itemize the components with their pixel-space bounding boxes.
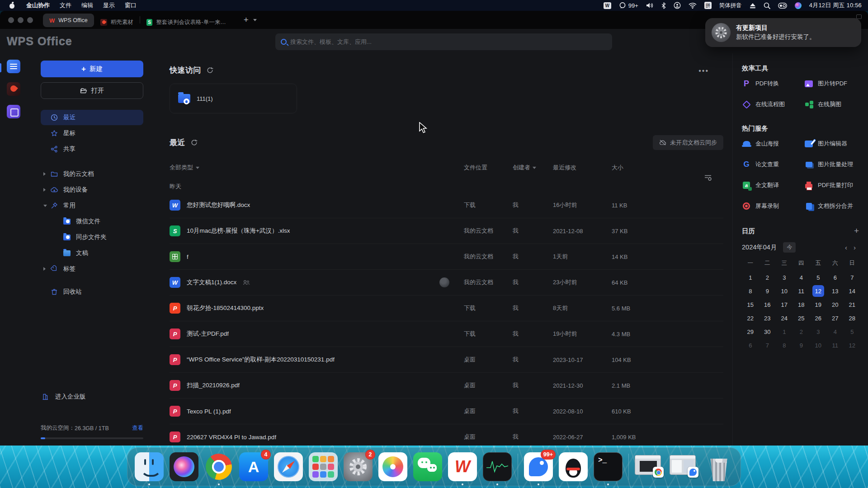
dock-minimized-window-chrome[interactable] [635,452,664,481]
wifi-icon[interactable] [689,3,697,9]
calendar-day[interactable]: 3 [776,271,793,284]
sidebar-item-docs-folder[interactable]: 文稿 [41,245,143,261]
tool-mindmap[interactable]: 在线脑图 [804,100,859,109]
calendar-day-adjacent[interactable]: 9 [793,338,810,352]
calendar-day[interactable]: 27 [827,311,844,325]
input-method-label[interactable]: 简体拼音 [719,2,742,9]
calendar-day[interactable]: 29 [742,325,759,338]
calendar-day-adjacent[interactable]: 1 [776,325,793,338]
calendar-day[interactable]: 19 [810,298,827,311]
file-row[interactable]: P220627 VRD4X4 PI to Jawad.pdf 桌面 我 2022… [170,424,723,446]
calendar-day-adjacent[interactable]: 12 [844,338,861,352]
minimize-window-button[interactable] [18,17,24,23]
sidebar-item-cloud-docs[interactable]: 我的云文档 [41,166,143,182]
calendar-day[interactable]: 4 [793,271,810,284]
calendar-day-adjacent[interactable]: 4 [827,325,844,338]
file-row[interactable]: f 我的云文档 我 1天前 14 KB [170,244,723,270]
file-row[interactable]: P“WPS Office Service”的取样-副本2022031015023… [170,347,723,373]
menu-view[interactable]: 显示 [98,0,120,11]
tab-spreadsheet[interactable]: S 整套谈判会议表格-单一来源谈判 [140,15,237,29]
file-row[interactable]: P测试-主PDF.pdf 下载 我 19小时前 4.3 MB [170,321,723,347]
rail-docer-icon[interactable] [7,82,20,96]
column-location[interactable]: 文件位置 [461,164,510,172]
service-translate[interactable]: a全文翻译 [742,181,804,190]
sidebar-item-recent[interactable]: 最近 [41,110,143,125]
window-restore-icon[interactable] [856,14,862,19]
calendar-day[interactable]: 5 [810,271,827,284]
calendar-day[interactable]: 14 [844,284,861,298]
menu-bar-clock[interactable]: 4月12日 周五 10:56 [809,1,862,9]
calendar-day-adjacent[interactable]: 3 [810,325,827,338]
dock-activity-monitor-icon[interactable] [483,452,512,481]
dock-safari-icon[interactable] [274,452,303,481]
service-poster[interactable]: 金山海报 [742,139,804,148]
sidebar-item-starred[interactable]: 星标 [41,126,143,141]
dock-settings-icon[interactable]: 2 [344,452,373,481]
calendar-day[interactable]: 18 [793,298,810,311]
update-notification[interactable]: 有更新项目 新软件已准备好进行安装了。 [705,18,861,47]
expand-caret-icon[interactable] [43,267,46,271]
calendar-day-adjacent[interactable]: 8 [776,338,793,352]
sidebar-item-shared[interactable]: 共享 [41,141,143,157]
volume-icon[interactable] [646,2,654,9]
calendar-day[interactable]: 30 [759,325,776,338]
expand-caret-icon[interactable] [43,188,46,192]
calendar-day-adjacent[interactable]: 5 [844,325,861,338]
tab-docer[interactable]: 稻壳素材 [94,15,140,29]
quick-access-folder-card[interactable]: 111(1) [170,84,297,113]
spotlight-search-icon[interactable] [764,2,770,9]
dock-trash-icon[interactable] [704,452,733,481]
calendar-day-adjacent[interactable]: 11 [827,338,844,352]
calendar-day[interactable]: 17 [776,298,793,311]
sidebar-item-tags[interactable]: 标签 [41,261,143,277]
sidebar-item-sync-folder[interactable]: 同步文件夹 [41,230,143,245]
column-modified[interactable]: 最近修改 [548,164,606,172]
calendar-day-adjacent[interactable]: 2 [793,325,810,338]
column-size[interactable]: 大小 [606,164,723,172]
enterprise-entry[interactable]: 进入企业版 [41,393,143,401]
dock-wps-icon[interactable]: W [448,452,477,481]
menu-app-name[interactable]: 金山协作 [21,0,55,11]
calendar-day[interactable]: 24 [776,311,793,325]
dock-appstore-icon[interactable]: A4 [239,452,268,481]
input-method-icon[interactable]: 拼 [704,2,712,9]
service-batch-print[interactable]: PDF批量打印 [804,181,859,190]
new-document-button[interactable]: 新建 [41,61,143,77]
new-tab-button[interactable] [244,15,249,25]
file-row[interactable]: P扫描_20210926.pdf 桌面 我 2021-12-30 2.1 MB [170,373,723,399]
calendar-day[interactable]: 7 [844,271,861,284]
dock-minimized-window-chat[interactable] [670,452,698,481]
calendar-today-button[interactable]: 今 [783,242,796,253]
bluetooth-icon[interactable] [661,2,666,9]
tool-image-to-pdf[interactable]: 图片转PDF [804,79,859,88]
tool-flowchart[interactable]: 在线流程图 [742,100,804,109]
rail-home-icon[interactable] [7,60,20,73]
search-input[interactable] [290,38,607,45]
calendar-day[interactable]: 6 [827,271,844,284]
dock-qq-icon[interactable] [559,452,588,481]
cloud-sync-status-button[interactable]: 未开启文档云同步 [653,135,723,150]
calendar-day-adjacent[interactable]: 10 [810,338,827,352]
calendar-day[interactable]: 15 [742,298,759,311]
file-row[interactable]: W您好测试您好哦啊.docx 下载 我 16小时前 11 KB [170,192,723,218]
sidebar-item-devices[interactable]: 我的设备 [41,182,143,197]
calendar-day[interactable]: 21 [844,298,861,311]
wps-status-icon[interactable]: W [604,2,611,9]
file-row[interactable]: S10月mac总榜-展报（珠海+武汉）.xlsx 我的云文档 我 2021-12… [170,218,723,244]
calendar-next-button[interactable] [850,244,859,251]
calendar-day[interactable]: 10 [776,284,793,298]
service-screen-record[interactable]: 屏幕录制 [742,202,804,211]
dock-finder-icon[interactable] [135,452,164,481]
refresh-icon[interactable] [191,139,198,146]
calendar-day-adjacent[interactable]: 6 [742,338,759,352]
storage-view-link[interactable]: 查看 [132,424,143,432]
calendar-day-adjacent[interactable]: 7 [759,338,776,352]
column-type-filter[interactable]: 全部类型 [170,164,461,172]
calendar-day[interactable]: 20 [827,298,844,311]
dock-wechat-icon[interactable] [413,452,442,481]
calendar-day[interactable]: 26 [810,311,827,325]
calendar-day[interactable]: 8 [742,284,759,298]
expand-caret-icon[interactable] [43,172,46,176]
tab-list-caret-icon[interactable] [253,19,257,21]
dock-siri-icon[interactable] [170,452,198,481]
